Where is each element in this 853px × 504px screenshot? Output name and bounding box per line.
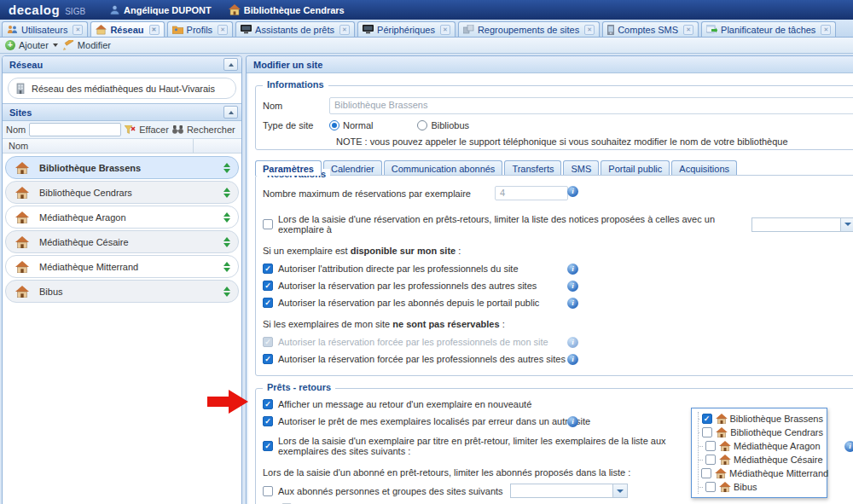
limit-notices-checkbox[interactable] [263, 219, 273, 229]
dropdown-item[interactable]: Médiathèque Mitterrand [699, 466, 823, 480]
close-icon[interactable]: ✕ [584, 25, 595, 35]
tab-regroupements-de-sites[interactable]: Regroupements de sites ✕ [458, 21, 600, 37]
tab-calendrier[interactable]: Calendrier [323, 160, 382, 176]
abonnes-sites-select[interactable] [510, 484, 628, 498]
monitor-icon [241, 25, 252, 34]
site-row[interactable]: Médiathèque Mitterrand [5, 255, 239, 278]
collapse-button[interactable] [223, 106, 238, 119]
info-icon[interactable]: i [844, 441, 853, 452]
site-row[interactable]: Bibliothèque Brassens [5, 156, 239, 179]
max-reservations-label: Nombre maximum de réservations par exemp… [263, 188, 495, 199]
collapse-arrow-icon [229, 63, 234, 67]
select-dropdown-button[interactable] [840, 218, 853, 231]
resa-abonnes-portail-checkbox[interactable] [263, 298, 273, 308]
tab-reseau[interactable]: Réseau ✕ [90, 21, 164, 37]
edit-button[interactable]: Modifier [63, 40, 111, 50]
house-icon [15, 286, 29, 298]
dropdown-item[interactable]: Bibus [699, 480, 823, 494]
search-icon[interactable] [172, 125, 183, 134]
tab-communication-abonnes[interactable]: Communication abonnés [384, 160, 503, 176]
network-item[interactable]: Réseau des médiathèques du Haut-Vivarais [8, 78, 236, 99]
close-icon[interactable]: ✕ [218, 25, 228, 35]
message-nouveaute-checkbox[interactable] [263, 399, 273, 409]
tab-label: Planificateur de tâches [721, 25, 815, 35]
reorder-arrows-icon[interactable] [223, 163, 230, 173]
info-icon[interactable]: i [567, 281, 578, 292]
site-name-filter-input[interactable] [29, 123, 121, 136]
tab-parametres[interactable]: Paramètres [255, 160, 322, 176]
tab-sms[interactable]: SMS [563, 160, 599, 176]
dropdown-checkbox[interactable] [702, 414, 712, 424]
reorder-arrows-icon[interactable] [223, 262, 230, 272]
dropdown-item[interactable]: Bibliothèque Cendrars [699, 426, 823, 439]
info-icon[interactable]: i [567, 416, 578, 427]
info-icon[interactable]: i [567, 354, 578, 365]
site-row[interactable]: Médiathèque Aragon [5, 206, 239, 229]
reorder-arrows-icon[interactable] [223, 237, 230, 247]
tab-acquisitions[interactable]: Acquisitions [671, 160, 737, 176]
tab-utilisateurs[interactable]: Utilisateurs ✕ [2, 21, 88, 37]
dropdown-item[interactable]: Médiathèque Aragon [699, 439, 823, 453]
tab-transferts[interactable]: Transferts [504, 160, 561, 176]
info-icon[interactable]: i [567, 337, 578, 348]
red-arrow-annotation [207, 389, 249, 416]
tab-peripheriques[interactable]: Périphériques ✕ [357, 21, 456, 37]
close-icon[interactable]: ✕ [683, 25, 693, 35]
limiter-exemplaires-checkbox[interactable] [263, 441, 273, 451]
search-button[interactable]: Rechercher [187, 125, 235, 135]
tab-planificateur-de-taches[interactable]: Planificateur de tâches ✕ [701, 21, 836, 37]
current-user[interactable]: Angélique DUPONT [109, 4, 212, 15]
network-name-label: Réseau des médiathèques du Haut-Vivarais [32, 84, 215, 94]
chevron-down-icon [53, 43, 58, 47]
site-row[interactable]: Médiathèque Césaire [5, 230, 239, 253]
dropdown-item[interactable]: Médiathèque Césaire [699, 453, 823, 466]
close-icon[interactable]: ✕ [73, 25, 83, 35]
radio-normal[interactable] [329, 120, 339, 130]
site-row[interactable]: Bibliothèque Cendrars [5, 181, 239, 204]
current-site[interactable]: Bibliothèque Cendrars [229, 4, 345, 15]
tab-portail-public[interactable]: Portail public [601, 160, 670, 176]
pret-localises-label: Autoriser le prêt de mes exemplaires loc… [278, 416, 590, 426]
close-icon[interactable]: ✕ [440, 25, 450, 35]
dropdown-checkbox[interactable] [705, 441, 716, 451]
tab-comptes-sms[interactable]: Comptes SMS ✕ [602, 21, 699, 37]
resa-forcee-autres-checkbox[interactable] [263, 354, 273, 364]
site-row[interactable]: Bibus [5, 280, 239, 303]
attribution-directe-checkbox[interactable] [263, 264, 273, 274]
radio-bibliobus[interactable] [417, 120, 427, 130]
resa-pros-autres-sites-checkbox[interactable] [263, 281, 273, 291]
dropdown-checkbox[interactable] [701, 468, 711, 478]
site-name-field: Bibliothèque Brassens [329, 97, 853, 114]
tab-profils[interactable]: Profils ✕ [167, 21, 234, 37]
clear-filter-icon[interactable] [125, 125, 136, 135]
clear-filter-button[interactable]: Effacer [139, 125, 169, 135]
reorder-arrows-icon[interactable] [223, 287, 230, 297]
add-button-label: Ajouter [19, 40, 49, 50]
sites-column-header[interactable]: Nom [3, 139, 241, 154]
network-panel-title: Réseau [9, 60, 43, 70]
abonnes-personnes-checkbox[interactable] [263, 486, 273, 496]
tab-assistants-de-prets[interactable]: Assistants de prêts ✕ [235, 21, 355, 37]
site-name: Médiathèque Mitterrand [39, 262, 213, 272]
pret-localises-checkbox[interactable] [263, 416, 273, 426]
dropdown-checkbox[interactable] [705, 455, 716, 465]
available-heading: Si un exemplaire est disponible sur mon … [263, 246, 853, 256]
message-nouveaute-label: Afficher un message au retour d'un exemp… [278, 399, 531, 409]
collapse-button[interactable] [223, 58, 238, 71]
group-sites-icon [463, 25, 474, 34]
close-icon[interactable]: ✕ [149, 25, 160, 35]
info-icon[interactable]: i [567, 298, 578, 309]
reorder-arrows-icon[interactable] [223, 212, 230, 223]
close-icon[interactable]: ✕ [821, 25, 831, 35]
close-icon[interactable]: ✕ [339, 25, 350, 35]
add-button[interactable]: + Ajouter [5, 40, 58, 50]
dropdown-checkbox[interactable] [702, 427, 712, 437]
reorder-arrows-icon[interactable] [223, 188, 230, 198]
exemplaire-site-select[interactable] [751, 217, 853, 232]
info-icon[interactable]: i [567, 186, 578, 197]
resa-pros-autres-sites-label: Autoriser la réservation par les profess… [278, 281, 537, 291]
select-dropdown-button[interactable] [612, 484, 627, 497]
dropdown-checkbox[interactable] [705, 482, 716, 492]
info-icon[interactable]: i [567, 264, 578, 275]
dropdown-item[interactable]: Bibliothèque Brassens [699, 412, 823, 426]
